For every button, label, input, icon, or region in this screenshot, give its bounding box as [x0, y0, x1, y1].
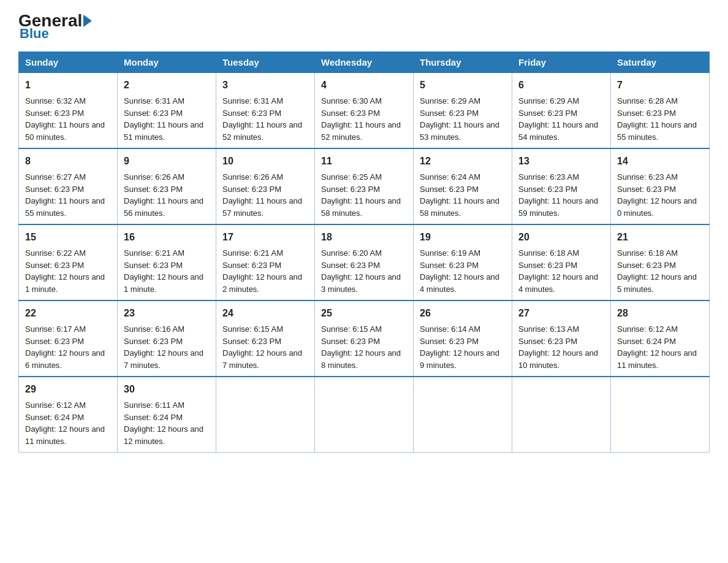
daylight-label: Daylight: 11 hours and 52 minutes. [222, 120, 302, 142]
sunrise-label: Sunrise: 6:11 AM [124, 400, 184, 410]
sunrise-label: Sunrise: 6:21 AM [124, 248, 184, 258]
sunrise-label: Sunrise: 6:15 AM [321, 324, 382, 334]
daylight-label: Daylight: 12 hours and 11 minutes. [25, 424, 105, 446]
logo: General Blue [18, 12, 92, 40]
sunrise-label: Sunrise: 6:13 AM [518, 324, 579, 334]
sunset-label: Sunset: 6:23 PM [25, 261, 84, 270]
day-number: 6 [518, 78, 604, 93]
day-number: 8 [25, 154, 111, 169]
day-number: 2 [124, 78, 210, 93]
sunset-label: Sunset: 6:23 PM [420, 261, 479, 270]
daylight-label: Daylight: 11 hours and 52 minutes. [321, 120, 401, 142]
sunrise-label: Sunrise: 6:18 AM [617, 248, 678, 258]
sunset-label: Sunset: 6:23 PM [124, 261, 183, 270]
sunrise-label: Sunrise: 6:25 AM [321, 172, 382, 182]
day-number: 29 [25, 382, 111, 397]
sunrise-label: Sunrise: 6:26 AM [124, 172, 184, 182]
sunrise-label: Sunrise: 6:18 AM [518, 248, 579, 258]
sunrise-label: Sunrise: 6:15 AM [222, 324, 283, 334]
calendar-week-row: 15Sunrise: 6:22 AMSunset: 6:23 PMDayligh… [19, 224, 710, 301]
sunset-label: Sunset: 6:23 PM [617, 261, 676, 270]
sunrise-label: Sunrise: 6:31 AM [124, 96, 184, 105]
calendar-cell [414, 377, 512, 453]
daylight-label: Daylight: 11 hours and 55 minutes. [617, 120, 697, 142]
daylight-label: Daylight: 11 hours and 51 minutes. [124, 120, 203, 142]
calendar-cell: 28Sunrise: 6:12 AMSunset: 6:24 PMDayligh… [611, 301, 710, 377]
daylight-label: Daylight: 12 hours and 0 minutes. [617, 196, 697, 218]
sunrise-label: Sunrise: 6:29 AM [420, 96, 480, 105]
calendar-week-row: 22Sunrise: 6:17 AMSunset: 6:23 PMDayligh… [19, 301, 710, 377]
daylight-label: Daylight: 11 hours and 57 minutes. [222, 196, 302, 218]
calendar-cell: 5Sunrise: 6:29 AMSunset: 6:23 PMDaylight… [414, 73, 512, 149]
day-number: 9 [124, 154, 210, 169]
day-number: 11 [321, 154, 407, 169]
calendar-cell: 22Sunrise: 6:17 AMSunset: 6:23 PMDayligh… [19, 301, 118, 377]
sunset-label: Sunset: 6:23 PM [124, 185, 183, 194]
daylight-label: Daylight: 11 hours and 55 minutes. [25, 196, 105, 218]
sunset-label: Sunset: 6:24 PM [617, 337, 676, 346]
sunset-label: Sunset: 6:23 PM [321, 337, 380, 346]
daylight-label: Daylight: 11 hours and 59 minutes. [518, 196, 598, 218]
daylight-label: Daylight: 12 hours and 9 minutes. [420, 348, 499, 370]
sunrise-label: Sunrise: 6:23 AM [617, 172, 678, 182]
day-number: 15 [25, 230, 111, 245]
calendar-cell: 25Sunrise: 6:15 AMSunset: 6:23 PMDayligh… [315, 301, 414, 377]
daylight-label: Daylight: 12 hours and 3 minutes. [321, 272, 401, 294]
logo-blue: Blue [20, 27, 92, 40]
calendar-cell [216, 377, 315, 453]
daylight-label: Daylight: 11 hours and 58 minutes. [321, 196, 401, 218]
sunset-label: Sunset: 6:24 PM [124, 413, 183, 422]
calendar-cell: 13Sunrise: 6:23 AMSunset: 6:23 PMDayligh… [512, 148, 611, 224]
sunset-label: Sunset: 6:23 PM [124, 337, 183, 346]
sunset-label: Sunset: 6:23 PM [518, 185, 577, 194]
daylight-label: Daylight: 11 hours and 53 minutes. [420, 120, 499, 142]
daylight-label: Daylight: 12 hours and 1 minute. [25, 272, 105, 294]
sunrise-label: Sunrise: 6:27 AM [25, 172, 86, 182]
col-header-sunday: Sunday [19, 52, 118, 73]
sunset-label: Sunset: 6:23 PM [321, 261, 380, 270]
sunset-label: Sunset: 6:23 PM [222, 261, 281, 270]
calendar-cell: 11Sunrise: 6:25 AMSunset: 6:23 PMDayligh… [315, 148, 414, 224]
col-header-friday: Friday [512, 52, 611, 73]
daylight-label: Daylight: 12 hours and 12 minutes. [124, 424, 203, 446]
day-number: 12 [420, 154, 506, 169]
calendar-table: SundayMondayTuesdayWednesdayThursdayFrid… [18, 52, 710, 453]
col-header-tuesday: Tuesday [216, 52, 315, 73]
sunrise-label: Sunrise: 6:26 AM [222, 172, 283, 182]
day-number: 10 [222, 154, 308, 169]
calendar-cell: 1Sunrise: 6:32 AMSunset: 6:23 PMDaylight… [19, 73, 118, 149]
calendar-cell: 21Sunrise: 6:18 AMSunset: 6:23 PMDayligh… [611, 224, 710, 301]
sunset-label: Sunset: 6:23 PM [222, 337, 281, 346]
daylight-label: Daylight: 12 hours and 8 minutes. [321, 348, 401, 370]
day-number: 27 [518, 306, 604, 321]
sunrise-label: Sunrise: 6:19 AM [420, 248, 480, 258]
sunrise-label: Sunrise: 6:24 AM [420, 172, 480, 182]
day-number: 19 [420, 230, 506, 245]
sunset-label: Sunset: 6:23 PM [25, 185, 84, 194]
sunset-label: Sunset: 6:23 PM [518, 337, 577, 346]
daylight-label: Daylight: 11 hours and 54 minutes. [518, 120, 598, 142]
sunset-label: Sunset: 6:23 PM [321, 185, 380, 194]
daylight-label: Daylight: 11 hours and 58 minutes. [420, 196, 499, 218]
calendar-header-row: SundayMondayTuesdayWednesdayThursdayFrid… [19, 52, 710, 73]
day-number: 17 [222, 230, 308, 245]
sunrise-label: Sunrise: 6:28 AM [617, 96, 678, 105]
col-header-thursday: Thursday [414, 52, 512, 73]
calendar-cell: 6Sunrise: 6:29 AMSunset: 6:23 PMDaylight… [512, 73, 611, 149]
sunrise-label: Sunrise: 6:29 AM [518, 96, 579, 105]
daylight-label: Daylight: 11 hours and 50 minutes. [25, 120, 105, 142]
sunrise-label: Sunrise: 6:16 AM [124, 324, 184, 334]
sunrise-label: Sunrise: 6:17 AM [25, 324, 86, 334]
calendar-cell: 12Sunrise: 6:24 AMSunset: 6:23 PMDayligh… [414, 148, 512, 224]
col-header-saturday: Saturday [611, 52, 710, 73]
sunrise-label: Sunrise: 6:12 AM [617, 324, 678, 334]
calendar-cell: 23Sunrise: 6:16 AMSunset: 6:23 PMDayligh… [118, 301, 216, 377]
day-number: 22 [25, 306, 111, 321]
day-number: 20 [518, 230, 604, 245]
calendar-cell: 14Sunrise: 6:23 AMSunset: 6:23 PMDayligh… [611, 148, 710, 224]
calendar-cell: 9Sunrise: 6:26 AMSunset: 6:23 PMDaylight… [118, 148, 216, 224]
sunset-label: Sunset: 6:23 PM [518, 261, 577, 270]
calendar-cell: 2Sunrise: 6:31 AMSunset: 6:23 PMDaylight… [118, 73, 216, 149]
sunset-label: Sunset: 6:23 PM [617, 109, 676, 118]
calendar-cell: 17Sunrise: 6:21 AMSunset: 6:23 PMDayligh… [216, 224, 315, 301]
